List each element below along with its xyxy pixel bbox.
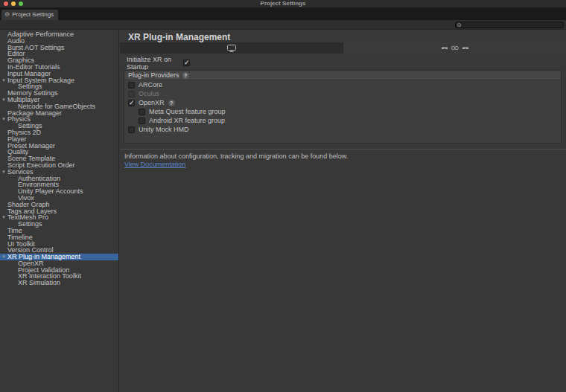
settings-sidebar: Adaptive Performance Audio Burst AOT Set… [0,30,119,392]
fold-arrow-icon[interactable]: ▾ [1,97,7,103]
plugin-providers-header: Plug-in Providers ? [124,71,561,80]
platform-tab-bar [120,42,566,54]
check-icon: ✓ [184,59,190,66]
provider-checkbox[interactable] [128,126,135,133]
fold-arrow-icon[interactable]: ▾ [1,169,7,176]
plugin-providers-title: Plug-in Providers [128,71,179,79]
plugin-providers-box: Plug-in Providers ? ARCore Oculus ✓ Open… [124,70,562,144]
provider-label: Unity Mock HMD [139,126,189,133]
sidebar-item[interactable]: XR Simulation [0,280,118,286]
documentation-info-text: Information about configuration, trackin… [124,152,348,160]
tab-label: Project Settings [12,10,54,20]
fold-arrow-icon[interactable]: ▾ [1,214,7,221]
editor-tabstrip: ⚙ Project Settings [0,7,566,20]
gear-icon: ⚙ [4,10,10,20]
help-icon[interactable]: ? [182,72,189,79]
fold-arrow-icon[interactable]: ▾ [1,116,7,123]
search-input[interactable] [461,22,563,28]
provider-label: Android XR feature group [149,117,225,124]
page-title: XR Plug-in Management [128,32,230,42]
plugin-providers-list: ARCore Oculus ✓ OpenXR ? Meta Quest feat… [124,80,561,134]
provider-row: ✓ OpenXR ? [124,98,561,107]
provider-row: ARCore [124,80,561,89]
provider-row: Android XR feature group [124,116,561,125]
search-box[interactable] [455,22,564,28]
platform-tab-desktop[interactable] [120,42,343,54]
provider-label: OpenXR [139,99,165,106]
provider-row: Unity Mock HMD [124,125,561,134]
platform-tab-xr-devices[interactable] [343,42,566,54]
window-title: Project Settings [0,0,566,7]
window-titlebar: Project Settings [0,0,566,7]
tab-project-settings[interactable]: ⚙ Project Settings [1,10,58,20]
provider-label: Meta Quest feature group [149,108,226,115]
search-icon [457,23,461,27]
provider-checkbox[interactable] [128,91,135,97]
settings-content: Adaptive Performance Audio Burst AOT Set… [0,30,566,392]
settings-toolbar [0,20,566,30]
help-icon[interactable]: ? [168,100,175,106]
xr-headsets-icon [442,45,468,51]
initialize-xr-label: Initialize XR on Startup [127,56,183,71]
view-documentation-link[interactable]: View Documentation [124,161,185,168]
fold-arrow-icon[interactable]: ▾ [1,77,7,84]
provider-checkbox[interactable] [139,118,145,124]
provider-label: Oculus [139,90,159,97]
provider-row: Oculus [124,89,561,98]
section-divider [120,149,566,150]
check-icon: ✓ [129,99,135,106]
provider-label: ARCore [139,81,162,89]
provider-checkbox[interactable]: ✓ [128,100,135,106]
project-settings-window: Project Settings ⚙ Project Settings Adap… [0,0,566,392]
xr-plugin-management-panel: XR Plug-in Management [120,30,566,392]
sidebar-list: Adaptive Performance Audio Burst AOT Set… [0,31,118,286]
initialize-xr-row: Initialize XR on Startup ✓ [127,59,190,67]
provider-row: Meta Quest feature group [124,107,561,116]
initialize-xr-checkbox[interactable]: ✓ [183,60,190,66]
desktop-monitor-icon [227,45,236,52]
sidebar-item-label: XR Simulation [18,279,60,286]
fold-arrow-icon[interactable]: ▾ [1,254,7,260]
provider-checkbox[interactable] [128,82,135,89]
provider-checkbox[interactable] [139,109,145,115]
